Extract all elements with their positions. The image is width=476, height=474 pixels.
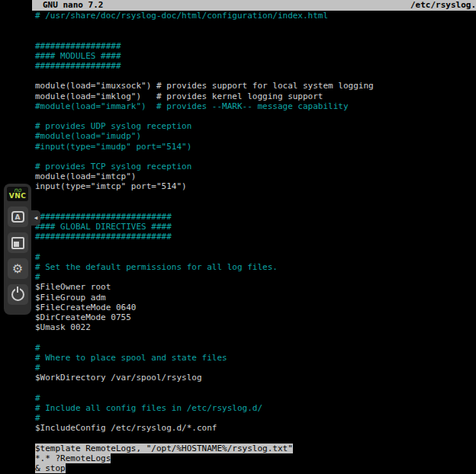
terminal-line: #: [35, 413, 476, 423]
terminal-line: [35, 192, 476, 202]
nano-version-label: GNU nano 7.2: [43, 0, 103, 11]
fullscreen-icon: [11, 237, 24, 249]
terminal-line: [35, 433, 476, 443]
terminal-line: #### MODULES ####: [35, 51, 476, 61]
power-button[interactable]: [8, 284, 28, 305]
terminal-line: module(load="imklog") # provides kernel …: [35, 91, 476, 101]
terminal-line: # provides UDP syslog reception: [35, 121, 476, 131]
terminal-line: # provides TCP syslog reception: [35, 162, 476, 171]
power-icon: [11, 288, 24, 301]
terminal-line: #module(load="imudp"): [35, 131, 476, 141]
terminal-line: #: [35, 252, 476, 262]
terminal-line: #################: [35, 61, 476, 71]
terminal-line: [35, 30, 476, 40]
terminal-line: module(load="imtcp"): [35, 171, 476, 181]
terminal-line: $Umask 0022: [35, 322, 476, 332]
terminal-line: [35, 383, 476, 392]
terminal-line: module(load="imuxsock") # provides suppo…: [35, 81, 476, 91]
novnc-control-bar: no VNC A ⚙: [4, 184, 31, 315]
terminal-line: $WorkDirectory /var/spool/rsyslog: [35, 373, 476, 383]
terminal-line: [35, 71, 476, 81]
terminal-line: $IncludeConfig /etc/rsyslog.d/*.conf: [35, 423, 476, 433]
terminal-line: #: [35, 272, 476, 282]
control-bar-handle[interactable]: ◀: [31, 210, 40, 226]
terminal-line: #: [35, 343, 476, 353]
terminal-line: [35, 242, 476, 252]
terminal-line: $template RemoteLogs, "/opt/%HOSTNAME%/r…: [35, 444, 476, 453]
terminal-line: #input(type="imudp" port="514"): [35, 142, 476, 152]
nano-filename-label: /etc/rsyslog.: [410, 0, 476, 11]
novnc-logo-vnc: VNC: [9, 193, 27, 200]
nano-terminal[interactable]: GNU nano 7.2 /etc/rsyslog. # /usr/share/…: [32, 0, 476, 474]
terminal-line: $DirCreateMode 0755: [35, 312, 476, 322]
terminal-line: #: [35, 393, 476, 403]
clipboard-button[interactable]: A: [8, 207, 28, 227]
terminal-line: [35, 332, 476, 342]
terminal-line: $FileGroup adm: [35, 293, 476, 303]
terminal-line: #################: [35, 41, 476, 51]
terminal-line: # Include all config files in /etc/rsysl…: [35, 403, 476, 413]
terminal-line: $FileCreateMode 0640: [35, 303, 476, 312]
terminal-line: #module(load="immark") # provides --MARK…: [35, 101, 476, 111]
terminal-line: $FileOwner root: [35, 282, 476, 292]
terminal-line: ###########################: [35, 212, 476, 222]
terminal-line: *.* ?RemoteLogs: [35, 453, 476, 463]
novnc-screen: GNU nano 7.2 /etc/rsyslog. # /usr/share/…: [0, 0, 476, 474]
terminal-line: [35, 202, 476, 212]
terminal-line: [35, 21, 476, 30]
settings-button[interactable]: ⚙: [8, 258, 28, 279]
terminal-line: #### GLOBAL DIRECTIVES ####: [35, 222, 476, 232]
novnc-logo: no VNC: [7, 187, 29, 201]
terminal-line: # Where to place spool and state files: [35, 353, 476, 363]
nano-titlebar: GNU nano 7.2 /etc/rsyslog.: [32, 0, 476, 11]
terminal-line: # Set the default permissions for all lo…: [35, 262, 476, 272]
collapse-arrow-icon: ◀: [34, 215, 37, 221]
terminal-line: #: [35, 363, 476, 373]
terminal-line: # /usr/share/doc/rsyslog-doc/html/config…: [35, 11, 476, 21]
terminal-line: [35, 152, 476, 162]
terminal-line: & stop: [35, 463, 476, 473]
fullscreen-button[interactable]: [8, 232, 28, 253]
terminal-line: [35, 111, 476, 121]
clipboard-icon: A: [11, 211, 24, 223]
terminal-line: ###########################: [35, 232, 476, 242]
gear-icon: ⚙: [12, 263, 23, 275]
terminal-line: input(type="imtcp" port="514"): [35, 181, 476, 191]
terminal-body[interactable]: # /usr/share/doc/rsyslog-doc/html/config…: [35, 11, 476, 474]
